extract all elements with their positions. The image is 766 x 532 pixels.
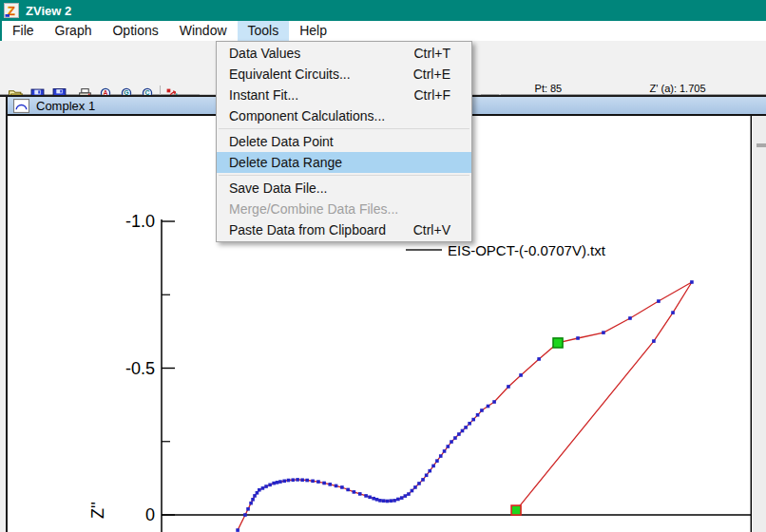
data-point-marker[interactable] [443,449,447,453]
menu-item-component-calculations[interactable]: Component Calculations... [217,105,471,126]
data-point-marker[interactable] [364,494,368,498]
data-point-marker[interactable] [386,500,390,504]
data-point-marker[interactable] [464,426,468,429]
data-point-marker[interactable] [396,498,400,502]
data-point-marker[interactable] [461,429,465,433]
selected-point-marker[interactable] [511,505,521,515]
data-point-marker[interactable] [446,445,450,448]
data-point-marker[interactable] [435,459,439,463]
data-point-marker[interactable] [311,480,315,484]
selected-point-marker[interactable] [553,338,563,348]
right-edge-mark [756,143,766,147]
data-point-marker[interactable] [251,498,255,502]
menu-item-shortcut: Ctrl+E [413,64,450,85]
data-point-marker[interactable] [322,482,326,485]
data-point-marker[interactable] [690,280,694,284]
menu-item-label: Save Data File... [229,180,328,196]
data-point-marker[interactable] [628,316,632,320]
data-point-marker[interactable] [305,479,309,483]
data-point-marker[interactable] [335,484,338,488]
data-point-marker[interactable] [375,498,379,502]
data-point-marker[interactable] [272,482,276,485]
menu-item-label: Component Calculations... [229,108,385,124]
data-point-marker[interactable] [358,492,362,496]
data-curve[interactable] [238,282,692,530]
data-point-marker[interactable] [300,478,304,482]
data-point-marker[interactable] [404,494,408,498]
data-point-marker[interactable] [537,357,541,361]
data-point-marker[interactable] [411,489,414,493]
data-point-marker[interactable] [256,491,259,495]
data-point-marker[interactable] [439,454,443,458]
data-point-marker[interactable] [261,486,265,490]
data-point-marker[interactable] [400,496,404,500]
data-point-marker[interactable] [492,400,496,404]
data-point-marker[interactable] [291,478,295,482]
data-point-marker[interactable] [428,469,431,473]
data-point-marker[interactable] [457,432,461,436]
menu-item-paste-data-from-clipboard[interactable]: Paste Data from ClipboardCtrl+V [217,219,471,240]
data-point-marker[interactable] [393,499,396,503]
menubar-item-file[interactable]: File [2,21,45,41]
data-point-marker[interactable] [671,311,675,314]
data-point-marker[interactable] [602,331,605,334]
data-point-marker[interactable] [507,385,510,389]
data-point-marker[interactable] [340,485,344,489]
data-point-marker[interactable] [316,480,320,484]
data-point-marker[interactable] [258,488,261,492]
data-point-marker[interactable] [417,482,421,485]
data-point-marker[interactable] [487,405,490,408]
menubar-item-tools[interactable]: Tools [238,21,290,41]
data-point-marker[interactable] [476,413,480,417]
data-point-marker[interactable] [249,502,253,505]
data-point-marker[interactable] [450,440,453,444]
data-point-marker[interactable] [253,494,257,498]
menubar-item-window[interactable]: Window [169,21,238,41]
menu-item-delete-data-range[interactable]: Delete Data Range [217,152,471,173]
menu-item-delete-data-point[interactable]: Delete Data Point [217,131,471,152]
data-point-marker[interactable] [346,488,350,492]
data-point-marker[interactable] [268,484,272,487]
data-point-marker[interactable] [353,490,356,494]
data-point-marker[interactable] [278,480,282,484]
data-point-marker[interactable] [519,373,523,377]
data-point-marker[interactable] [246,507,250,511]
data-point-marker[interactable] [480,408,484,412]
data-point-marker[interactable] [425,473,429,477]
data-point-marker[interactable] [372,497,375,501]
data-point-marker[interactable] [389,499,393,503]
data-point-marker[interactable] [368,496,372,500]
data-point-marker[interactable] [282,480,286,484]
data-point-marker[interactable] [296,478,299,482]
data-point-marker[interactable] [243,513,247,517]
menu-item-data-values[interactable]: Data ValuesCtrl+T [217,43,471,64]
menu-item-save-data-file[interactable]: Save Data File... [217,178,471,199]
menubar-item-options[interactable]: Options [102,21,168,41]
zre-label: Z' (a): [608,83,677,94]
menu-item-shortcut: Ctrl+T [414,43,451,64]
data-point-marker[interactable] [236,528,239,532]
data-point-marker[interactable] [328,483,332,486]
menubar-item-graph[interactable]: Graph [45,21,103,41]
data-point-marker[interactable] [468,422,471,426]
menu-item-label: Delete Data Point [229,134,334,149]
menu-item-instant-fit[interactable]: Instant Fit...Ctrl+F [217,85,471,105]
data-point-marker[interactable] [382,499,386,503]
data-point-marker[interactable] [652,339,656,343]
data-point-marker[interactable] [413,485,417,489]
data-point-marker[interactable] [287,479,291,483]
data-point-marker[interactable] [471,418,475,422]
pt-label: Pt: [517,83,547,94]
y-axis-title: Z'' [88,502,107,519]
menubar-item-help[interactable]: Help [289,21,337,41]
data-point-marker[interactable] [657,299,661,303]
data-point-marker[interactable] [264,484,268,488]
data-point-marker[interactable] [407,492,411,496]
data-point-marker[interactable] [453,436,457,440]
data-point-marker[interactable] [431,465,435,468]
data-point-marker[interactable] [421,478,425,482]
data-point-marker[interactable] [576,336,580,340]
data-point-marker[interactable] [276,481,279,484]
menu-item-equivalent-circuits[interactable]: Equivalent Circuits...Ctrl+E [217,64,471,85]
data-point-marker[interactable] [378,499,382,503]
